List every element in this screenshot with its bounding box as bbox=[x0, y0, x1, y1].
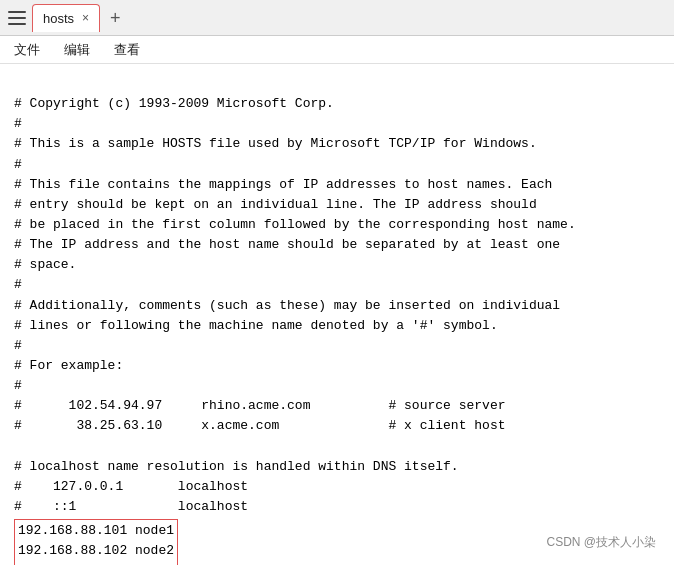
tab-close-button[interactable]: × bbox=[82, 12, 89, 24]
highlighted-entries: 192.168.88.101 node1 192.168.88.102 node… bbox=[14, 519, 178, 565]
watermark: CSDN @技术人小染 bbox=[546, 534, 656, 551]
menu-edit[interactable]: 编辑 bbox=[60, 39, 94, 61]
hosts-tab[interactable]: hosts × bbox=[32, 4, 100, 32]
new-tab-button[interactable]: + bbox=[104, 7, 127, 29]
tab-bar: hosts × + bbox=[32, 4, 666, 32]
menu-bar: 文件 编辑 查看 bbox=[0, 36, 674, 64]
hamburger-icon[interactable] bbox=[8, 11, 26, 25]
content-area[interactable]: # Copyright (c) 1993-2009 Microsoft Corp… bbox=[0, 64, 674, 565]
highlighted-line-1: 192.168.88.101 node1 192.168.88.102 node… bbox=[18, 521, 174, 565]
tab-label: hosts bbox=[43, 11, 74, 26]
menu-view[interactable]: 查看 bbox=[110, 39, 144, 61]
hosts-content: # Copyright (c) 1993-2009 Microsoft Corp… bbox=[14, 74, 660, 517]
menu-file[interactable]: 文件 bbox=[10, 39, 44, 61]
title-bar: hosts × + bbox=[0, 0, 674, 36]
